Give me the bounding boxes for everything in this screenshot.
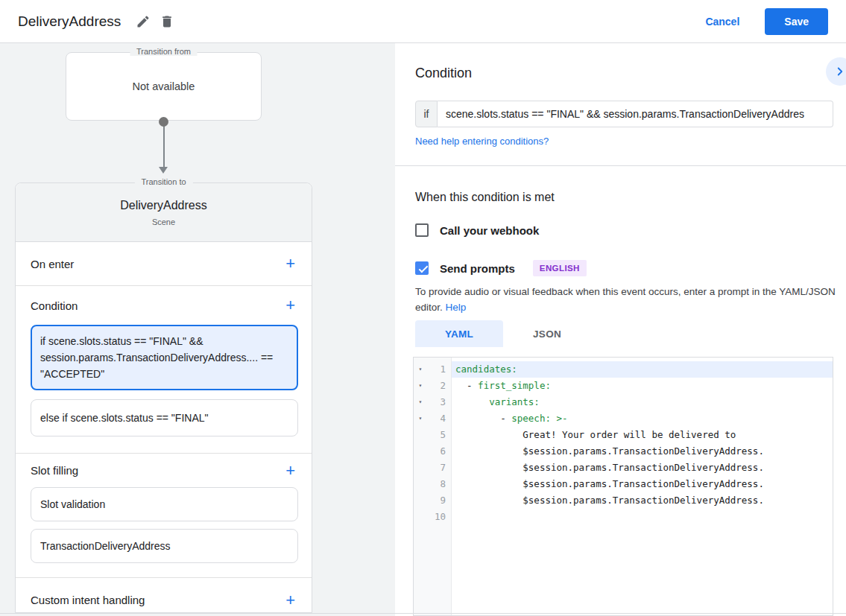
line-number: 6: [426, 443, 452, 460]
code-line[interactable]: 5 Great! Your order will be delivered to: [414, 427, 833, 443]
send-prompts-checkbox[interactable]: [415, 261, 429, 275]
scene-diagram-panel: Transition from Not available Transition…: [0, 43, 395, 616]
add-condition-button[interactable]: +: [282, 296, 298, 315]
custom-intent-row[interactable]: Custom intent handling +: [16, 578, 312, 616]
line-number: 7: [426, 460, 452, 476]
slot-item[interactable]: TransactionDeliveryAddress: [31, 529, 298, 563]
code-key: variants:: [489, 396, 540, 407]
code-line[interactable]: ▾ 4 - speech: >-: [414, 410, 833, 427]
scene-card-header: DeliveryAddress Scene: [16, 183, 312, 242]
transition-from-box: Transition from Not available: [66, 52, 262, 121]
code-line[interactable]: 9 $session.params.TransactionDeliveryAdd…: [414, 492, 833, 509]
code-key: speech: >-: [511, 413, 567, 424]
code-key: candidates:: [455, 363, 517, 375]
connector-line: [163, 121, 165, 168]
condition-section: Condition + if scene.slots.status == "FI…: [16, 286, 312, 454]
on-enter-row[interactable]: On enter +: [16, 242, 312, 286]
language-badge: ENGLISH: [533, 260, 587, 276]
save-button[interactable]: Save: [765, 8, 828, 35]
code-line[interactable]: 7 $session.params.TransactionDeliveryAdd…: [414, 460, 833, 476]
section-divider: [395, 165, 846, 166]
line-number: 8: [426, 476, 452, 492]
code-line[interactable]: ▾ 2 - first_simple:: [414, 378, 833, 394]
connector-arrow-icon: [159, 167, 168, 174]
code-indent: [455, 495, 523, 506]
code-indent: [455, 396, 489, 407]
cancel-button[interactable]: Cancel: [705, 16, 739, 28]
fold-toggle-icon[interactable]: ▾: [414, 361, 426, 378]
prompt-help-link[interactable]: Help: [446, 302, 467, 313]
condition-section-label: Condition: [31, 299, 78, 312]
tab-json[interactable]: JSON: [503, 320, 591, 347]
chevron-right-icon: [833, 65, 846, 78]
delete-scene-button[interactable]: [155, 10, 179, 34]
transition-from-legend: Transition from: [130, 47, 198, 56]
fold-toggle-icon[interactable]: ▾: [414, 394, 426, 410]
fold-toggle-icon[interactable]: [414, 443, 426, 460]
line-number: 10: [426, 509, 452, 525]
line-number: 1: [426, 361, 452, 378]
scene-name: DeliveryAddress: [16, 199, 312, 212]
pencil-icon: [136, 14, 151, 29]
collapse-panel-button[interactable]: [826, 57, 846, 86]
on-enter-label: On enter: [31, 258, 74, 270]
fold-toggle-icon[interactable]: [414, 509, 426, 525]
fold-toggle-icon[interactable]: ▾: [414, 378, 426, 394]
line-number: 5: [426, 427, 452, 443]
code-line[interactable]: 10: [414, 509, 833, 525]
send-prompts-row: Send prompts ENGLISH: [415, 260, 587, 276]
fold-toggle-icon[interactable]: ▾: [414, 410, 426, 427]
transition-to-legend: Transition to: [134, 177, 192, 186]
call-webhook-label: Call your webhook: [440, 224, 539, 237]
editor-format-tabs: YAML JSON: [415, 320, 591, 347]
conditions-help-link[interactable]: Need help entering conditions?: [415, 136, 549, 147]
fold-toggle-icon[interactable]: [414, 476, 426, 492]
condition-expression-input[interactable]: [438, 101, 833, 127]
transition-from-value: Not available: [133, 80, 195, 92]
condition-item-else[interactable]: else if scene.slots.status == "FINAL": [31, 399, 298, 436]
code-line[interactable]: 8 $session.params.TransactionDeliveryAdd…: [414, 476, 833, 492]
header-bar: DeliveryAddress Cancel Save: [0, 0, 846, 43]
scene-type-label: Scene: [16, 217, 312, 226]
fold-toggle-icon[interactable]: [414, 460, 426, 476]
condition-item-selected[interactable]: if scene.slots.status == "FINAL" && sess…: [31, 325, 298, 390]
tab-yaml[interactable]: YAML: [415, 320, 503, 347]
page-title: DeliveryAddress: [18, 13, 121, 30]
code-indent: -: [455, 380, 478, 391]
add-slot-button[interactable]: +: [282, 461, 298, 480]
line-number: 4: [426, 410, 452, 427]
slot-filling-label: Slot filling: [31, 464, 78, 477]
slot-filling-section: Slot filling + Slot validation Transacti…: [16, 454, 312, 578]
when-condition-met-heading: When this condition is met: [415, 191, 555, 204]
add-custom-intent-button[interactable]: +: [282, 591, 298, 610]
code-line[interactable]: 6 $session.params.TransactionDeliveryAdd…: [414, 443, 833, 460]
yaml-code-editor[interactable]: ▾ 1 candidates: ▾ 2 - first_simple:: [413, 357, 833, 616]
prompt-description: To provide audio or visual feedback when…: [415, 284, 837, 315]
if-prefix-label: if: [415, 101, 438, 127]
call-webhook-checkbox[interactable]: [415, 223, 429, 237]
code-indent: [455, 429, 523, 440]
send-prompts-label: Send prompts: [440, 262, 515, 275]
transition-to-card: Transition to DeliveryAddress Scene On e…: [15, 182, 312, 613]
fold-toggle-icon[interactable]: [414, 492, 426, 509]
trash-icon: [160, 14, 174, 29]
code-text: $session.params.TransactionDeliveryAddre…: [523, 495, 764, 506]
condition-expression-row: if: [415, 101, 833, 127]
line-number: 2: [426, 378, 452, 394]
edit-scene-button[interactable]: [131, 10, 155, 34]
code-indent: [455, 462, 523, 473]
code-text: $session.params.TransactionDeliveryAddre…: [523, 478, 764, 489]
webhook-row: Call your webhook: [415, 223, 539, 237]
code-indent: [455, 478, 523, 489]
fold-toggle-icon[interactable]: [414, 427, 426, 443]
condition-detail-panel: Condition if Need help entering conditio…: [395, 43, 846, 616]
add-on-enter-button[interactable]: +: [282, 254, 298, 273]
condition-heading: Condition: [415, 66, 472, 81]
code-line[interactable]: ▾ 1 candidates:: [414, 361, 833, 378]
page-bottom-divider: [0, 613, 846, 614]
code-text: $session.params.TransactionDeliveryAddre…: [523, 445, 764, 457]
code-text: $session.params.TransactionDeliveryAddre…: [523, 462, 764, 473]
editor-lines: ▾ 1 candidates: ▾ 2 - first_simple:: [414, 358, 833, 525]
slot-validation-item[interactable]: Slot validation: [31, 487, 298, 521]
code-line[interactable]: ▾ 3 variants:: [414, 394, 833, 410]
